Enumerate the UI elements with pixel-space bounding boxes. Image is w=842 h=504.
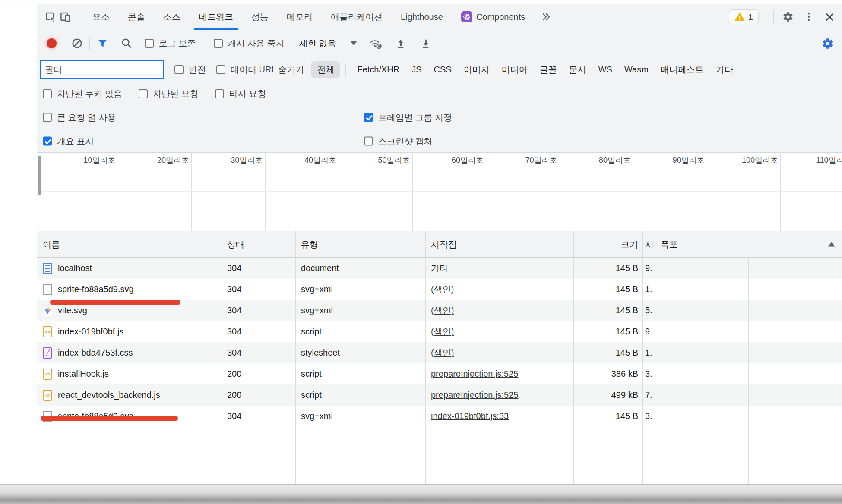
request-status: 304: [222, 327, 295, 337]
tab-memory[interactable]: 메모리: [278, 4, 322, 30]
invert-checkbox[interactable]: 반전: [174, 64, 206, 76]
tab-network[interactable]: 네트워크: [190, 4, 242, 30]
record-icon[interactable]: [47, 38, 57, 48]
filter-chip-fetch-xhr[interactable]: Fetch/XHR: [351, 62, 405, 77]
overview-scroll-handle[interactable]: [38, 156, 41, 195]
checkbox[interactable]: [214, 39, 223, 48]
column-header-size[interactable]: 크기: [573, 239, 642, 250]
group-by-frame-checkbox[interactable]: 프레임별 그룹 지정: [364, 111, 452, 123]
column-divider[interactable]: [222, 231, 222, 485]
network-toolbar: 로그 보존 캐시 사용 중지 제한 없음: [37, 30, 842, 57]
checkbox[interactable]: [216, 65, 225, 74]
request-status: 200: [222, 390, 295, 400]
filter-funnel-icon[interactable]: [95, 36, 110, 51]
request-time: 7.: [642, 390, 655, 400]
sort-ascending-icon: [828, 242, 835, 247]
export-har-icon[interactable]: [418, 36, 433, 51]
column-header-type[interactable]: 유형: [295, 239, 425, 250]
initiator-link[interactable]: (색인): [431, 326, 454, 337]
checkbox[interactable]: [43, 89, 52, 98]
throttling-dropdown[interactable]: 제한 없음: [299, 38, 357, 49]
settings-gear-icon[interactable]: [781, 9, 795, 24]
column-header-status[interactable]: 상태: [222, 239, 295, 250]
tab-elements[interactable]: 요소: [83, 4, 119, 30]
warning-badge[interactable]: 1: [729, 9, 759, 24]
filter-chip-all[interactable]: 전체: [311, 61, 340, 78]
hide-data-urls-checkbox[interactable]: 데이터 URL 숨기기: [216, 64, 304, 76]
network-request-row[interactable]: <>index-019bf0bf.js304script(색인)145 B9.: [37, 321, 842, 342]
tab-lighthouse[interactable]: Lighthouse: [392, 4, 452, 30]
initiator-link[interactable]: prepareInjection.js:525: [431, 390, 518, 400]
close-icon[interactable]: [822, 9, 837, 24]
checkbox[interactable]: [364, 136, 373, 145]
search-icon[interactable]: [119, 36, 134, 51]
more-tabs-icon[interactable]: [538, 9, 553, 24]
filter-chip-기타[interactable]: 기타: [710, 61, 739, 78]
tab-sources[interactable]: 소스: [154, 4, 190, 30]
tab-console[interactable]: 콘솔: [119, 4, 154, 30]
filter-chip-ws[interactable]: WS: [592, 62, 618, 77]
filter-chip-js[interactable]: JS: [405, 62, 427, 77]
checkbox[interactable]: [145, 39, 154, 48]
column-header-waterfall[interactable]: 폭포: [655, 239, 842, 250]
kebab-menu-icon[interactable]: [801, 9, 816, 24]
initiator-link[interactable]: index-019bf0bf.js:33: [431, 411, 509, 421]
request-type: script: [295, 327, 425, 337]
network-conditions-icon[interactable]: [368, 36, 383, 51]
filter-chip-글꼴[interactable]: 글꼴: [534, 61, 563, 78]
device-toolbar-icon[interactable]: [58, 9, 73, 24]
third-party-checkbox[interactable]: 타사 요청: [215, 88, 266, 100]
column-header-name[interactable]: 이름: [37, 239, 222, 250]
column-divider[interactable]: [642, 231, 643, 485]
filter-chip-미디어[interactable]: 미디어: [496, 61, 534, 78]
network-settings-gear-icon[interactable]: [820, 36, 835, 51]
column-divider[interactable]: [425, 231, 426, 485]
tab-performance[interactable]: 성능: [242, 4, 278, 30]
column-divider[interactable]: [295, 231, 296, 485]
timeline-tick-label: 20밀리초: [118, 153, 192, 231]
filter-input[interactable]: 필터: [40, 60, 164, 79]
initiator-link[interactable]: (색인): [431, 284, 454, 295]
checkbox[interactable]: [43, 113, 52, 122]
network-overview-timeline[interactable]: 10밀리초20밀리초30밀리초40밀리초50밀리초60밀리초70밀리초80밀리초…: [37, 153, 842, 231]
filter-chip-wasm[interactable]: Wasm: [618, 62, 655, 77]
checkbox[interactable]: [139, 89, 148, 98]
preserve-log-checkbox[interactable]: 로그 보존: [145, 38, 196, 49]
import-har-icon[interactable]: [393, 36, 408, 51]
filter-chip-매니페스트[interactable]: 매니페스트: [655, 61, 710, 78]
filter-chip-이미지[interactable]: 이미지: [458, 61, 496, 78]
checkbox[interactable]: [215, 89, 224, 98]
checkbox[interactable]: [364, 113, 373, 122]
column-header-initiator[interactable]: 시작점: [425, 239, 573, 250]
network-request-row[interactable]: sprite-fb88a5d9.svg304svg+xml(색인)145 B1.: [37, 279, 842, 300]
show-overview-checkbox[interactable]: 개요 표시: [43, 135, 94, 147]
third-party-label: 타사 요청: [229, 88, 266, 100]
initiator-link[interactable]: (색인): [431, 347, 454, 359]
devtools-tab-bar: 요소콘솔소스네트워크성능메모리애플리케이션Lighthouse Componen…: [37, 4, 842, 30]
request-name: index-bda4753f.css: [58, 348, 133, 358]
checkbox[interactable]: [174, 65, 184, 74]
inspect-element-icon[interactable]: [43, 9, 58, 24]
checkbox[interactable]: [43, 136, 52, 145]
tab-application[interactable]: 애플리케이션: [322, 4, 392, 30]
network-request-row[interactable]: localhost304document기타145 B9.: [37, 258, 842, 279]
capture-screenshots-checkbox[interactable]: 스크린샷 캡처: [364, 135, 433, 147]
column-divider[interactable]: [655, 231, 655, 485]
blocked-requests-checkbox[interactable]: 차단된 요청: [139, 88, 199, 100]
column-divider[interactable]: [573, 231, 574, 485]
network-request-row[interactable]: <>installHook.js200scriptprepareInjectio…: [37, 363, 842, 384]
filter-chip-css[interactable]: CSS: [428, 62, 458, 77]
tab-components[interactable]: Components: [452, 4, 534, 30]
initiator-link[interactable]: (색인): [431, 305, 454, 316]
clear-icon[interactable]: [70, 36, 84, 51]
request-initiator: 기타: [425, 262, 573, 274]
big-request-rows-checkbox[interactable]: 큰 요청 열 사용: [43, 111, 116, 123]
initiator-link[interactable]: prepareInjection.js:525: [431, 369, 518, 379]
network-request-row[interactable]: <>react_devtools_backend.js200scriptprep…: [37, 384, 842, 406]
filter-chip-문서[interactable]: 문서: [563, 61, 592, 78]
network-request-row[interactable]: ╱index-bda4753f.css304stylesheet(색인)145 …: [37, 342, 842, 363]
request-type: script: [295, 390, 425, 400]
disable-cache-checkbox[interactable]: 캐시 사용 중지: [214, 38, 285, 49]
blocked-cookies-checkbox[interactable]: 차단된 쿠키 있음: [43, 88, 122, 100]
column-header-time[interactable]: 시간: [642, 239, 655, 250]
